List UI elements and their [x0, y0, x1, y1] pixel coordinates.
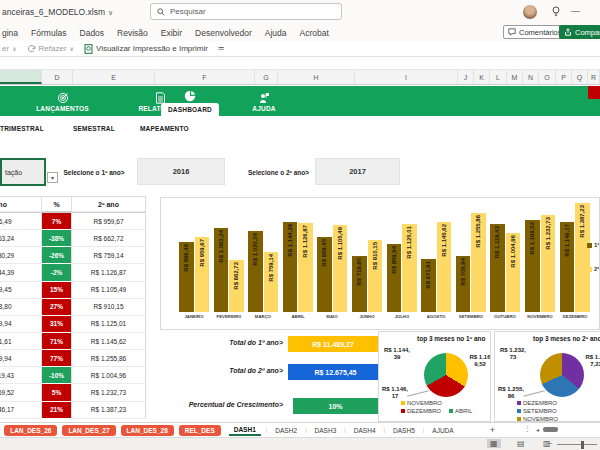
tab-separator: | — [423, 427, 425, 433]
column-header-E[interactable]: E — [73, 70, 155, 84]
selected-column-header[interactable] — [0, 70, 42, 84]
tab-semestral[interactable]: SEMESTRAL — [73, 125, 115, 132]
column-header-Q[interactable]: Q — [572, 70, 588, 84]
minimize-button[interactable]: — — [571, 6, 580, 16]
pie2-label-setembro: R$ 1.255,86 — [497, 386, 525, 399]
sheet-tab-ajuda[interactable]: AJUDA — [429, 425, 456, 436]
month-label: JUNHO — [353, 314, 382, 318]
undo-button[interactable]: er∨ — [2, 44, 17, 53]
ribbon-tab-fórmulas[interactable]: Fórmulas — [31, 28, 66, 38]
column-header-K[interactable]: K — [474, 70, 490, 84]
sheet-tab-lan_des_28[interactable]: LAN_DES_28 — [121, 425, 174, 436]
sheet-tab-dash1[interactable]: DASH1 — [229, 424, 261, 436]
year1-select[interactable]: 2016 — [137, 158, 225, 185]
ribbon-tab-acrobat[interactable]: Acrobat — [300, 28, 329, 38]
ribbon-tab-dados[interactable]: Dados — [80, 28, 105, 38]
page-layout-view-button[interactable]: ▤ — [514, 439, 528, 448]
column-header-M[interactable]: M — [507, 70, 523, 84]
bar-value-label: R$ 910,15 — [372, 242, 379, 287]
novembro-swatch — [517, 417, 521, 421]
ano2-cell: R$ 759,14 — [72, 247, 146, 264]
ano2-cell: R$ 1.125,01 — [72, 316, 146, 333]
legend-item-dezembro: DEZEMBRO — [517, 400, 557, 406]
status-bar: ▦ ▤ ▥ − — [0, 437, 600, 450]
2º ano-swatch — [587, 267, 592, 272]
sheet-tab-lan_des_26[interactable]: LAN_DES_26 — [4, 425, 57, 436]
ano2-cell: R$ 1.105,49 — [72, 282, 146, 299]
table-row: R$ 1.119,43-10%R$ 1.004,96 — [0, 367, 146, 384]
month-label: OUTUBRO — [491, 314, 520, 318]
ribbon-tab-revisão[interactable]: Revisão — [117, 28, 148, 38]
comments-button[interactable]: Comentários — [503, 25, 567, 39]
column-header-D[interactable]: D — [42, 70, 73, 84]
zoom-out-button[interactable]: − — [548, 439, 553, 448]
column-header-H[interactable]: H — [278, 70, 355, 84]
novembro-swatch — [401, 401, 405, 405]
scroll-left-icon[interactable]: ◂ — [536, 426, 539, 433]
table-row: R$ 959,4515%R$ 1.105,49 — [0, 282, 146, 299]
month-label: NOVEMBRO — [526, 314, 555, 318]
column-header-I[interactable]: I — [355, 70, 458, 84]
excel-window: anceiras_6_MODELO.xlsm∨ Pesquisar — gina… — [0, 0, 600, 450]
sheet-tab-dash5[interactable]: DASH5 — [390, 425, 418, 436]
sheet-tab-dash2[interactable]: DASH2 — [272, 425, 300, 436]
bar-value-label: R$ 1.146,17 — [564, 224, 571, 269]
pie2-circle — [540, 353, 584, 397]
ribbon-tab-gina[interactable]: gina — [2, 28, 18, 38]
pie1-label-abril: R$ 1.144,39 — [383, 347, 411, 360]
nav-lancamentos-button[interactable]: LANÇAMENTOS — [10, 86, 115, 116]
red-shape — [588, 86, 600, 99]
nav-ajuda-button[interactable]: AJUDA — [235, 86, 293, 116]
tab-mapeamento[interactable]: MAPEAMENTO — [140, 125, 189, 132]
pie2-label-dezembro: R$ 1.387,23 — [583, 354, 600, 367]
column-header-J[interactable]: J — [458, 70, 474, 84]
zoom-slider-handle[interactable] — [581, 441, 584, 449]
tab-separator: | — [305, 427, 307, 433]
bar-value-label: R$ 718,80 — [356, 258, 363, 303]
normal-view-button[interactable]: ▦ — [487, 439, 501, 448]
column-header-R[interactable]: R — [588, 70, 600, 84]
column-header-F[interactable]: F — [155, 70, 255, 84]
ano2-cell: R$ 1.387,23 — [72, 402, 146, 419]
ribbon-tab-desenvolvedor[interactable]: Desenvolvedor — [195, 28, 252, 38]
share-button[interactable]: Compartilhar — [559, 25, 600, 39]
tab-separator: | — [266, 427, 268, 433]
tab-trimestral[interactable]: TRIMESTRAL — [0, 125, 44, 132]
dropdown-arrow-button[interactable]: ▾ — [47, 172, 58, 183]
table-row: R$ 1.063,24-38%R$ 662,72 — [0, 230, 146, 247]
column-header-N[interactable]: N — [523, 70, 539, 84]
column-header-L[interactable]: L — [490, 70, 507, 84]
nav-dashboard-button[interactable]: DASHBOARD — [162, 86, 218, 116]
bar-value-label: R$ 1.004,96 — [510, 235, 517, 280]
avatar[interactable] — [523, 5, 537, 19]
print-preview-button[interactable]: Visualizar Impressão e Imprimir — [84, 44, 208, 54]
ano1-cell: R$ 709,94 — [0, 350, 42, 367]
redo-button[interactable]: Refazer∨ — [27, 44, 74, 53]
add-sheet-button[interactable]: + — [490, 425, 495, 435]
pct-badge: 71% — [42, 333, 72, 350]
sheet-tab-lan_des_27[interactable]: LAN_DES_27 — [62, 425, 115, 436]
year2-select[interactable]: 2017 — [315, 158, 400, 185]
sheet-tab-dash4[interactable]: DASH4 — [351, 425, 379, 436]
sheet-tab-rel_des[interactable]: REL_DES — [179, 425, 221, 436]
ribbon-tab-ajuda[interactable]: Ajuda — [265, 28, 287, 38]
search-input[interactable]: Pesquisar — [150, 3, 342, 20]
column-header-O[interactable]: O — [539, 70, 556, 84]
category-dropdown-cell[interactable]: tação — [0, 158, 46, 186]
zoom-slider[interactable] — [557, 444, 597, 445]
table-row: R$ 718,8027%R$ 910,15 — [0, 299, 146, 316]
tab-separator: | — [344, 427, 346, 433]
hscroll-thumb[interactable] — [543, 427, 558, 432]
pie-icon — [184, 90, 196, 102]
pct-badge: 7% — [42, 213, 72, 230]
column-header-G[interactable]: G — [255, 70, 278, 84]
more-commands-icon[interactable]: ≂ — [218, 44, 225, 53]
ribbon-tab-exibir[interactable]: Exibir — [161, 28, 182, 38]
workbook-title: anceiras_6_MODELO.xlsm∨ — [2, 7, 113, 17]
sheet-tabs: LAN_DES_25LAN_DES_26LAN_DES_27LAN_DES_28… — [0, 422, 600, 437]
tab-options-icon[interactable]: ⋮ — [524, 425, 531, 433]
comment-icon — [508, 28, 516, 36]
sheet-tab-dash3[interactable]: DASH3 — [312, 425, 340, 436]
column-header-P[interactable]: P — [556, 70, 572, 84]
lightbulb-icon[interactable] — [551, 6, 561, 17]
